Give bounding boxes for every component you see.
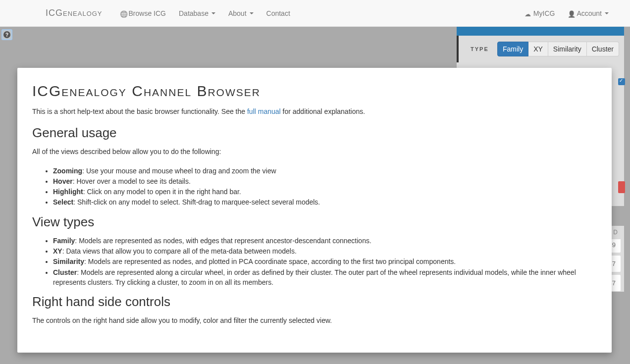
view-types-list: Family: Models are represented as nodes,… bbox=[32, 236, 597, 287]
type-row: Type FamilyXYSimilarityCluster bbox=[457, 36, 624, 62]
intro-pre: This is a short help-text about the basi… bbox=[32, 107, 247, 115]
general-lead: All of the views described below allow y… bbox=[32, 147, 597, 156]
nav-left: Browse ICG Database About Contact bbox=[113, 2, 297, 25]
brand[interactable]: ICGenealogy bbox=[46, 8, 103, 18]
nav-contact[interactable]: Contact bbox=[260, 2, 297, 25]
user-icon bbox=[568, 10, 575, 17]
modal-intro: This is a short help-text about the basi… bbox=[32, 106, 597, 116]
help-modal: ICGenealogy Channel Browser This is a sh… bbox=[17, 68, 612, 353]
list-item-term: Cluster bbox=[53, 268, 77, 276]
list-item-text: : Models are represented as nodes, and p… bbox=[84, 258, 456, 265]
segment-cluster[interactable]: Cluster bbox=[587, 42, 619, 56]
nav-database[interactable]: Database bbox=[172, 2, 222, 25]
nav-about-label: About bbox=[228, 9, 247, 17]
list-item-term: Select bbox=[53, 198, 73, 206]
heading-view-types: View types bbox=[32, 214, 597, 230]
list-item-text: : Data views that allow you to compare a… bbox=[62, 247, 297, 255]
cloud-icon bbox=[525, 10, 531, 17]
nav-account[interactable]: Account bbox=[561, 2, 615, 25]
nav-about[interactable]: About bbox=[222, 2, 260, 25]
nav-contact-label: Contact bbox=[266, 9, 290, 17]
caret-icon bbox=[250, 12, 254, 14]
modal-title: ICGenealogy Channel Browser bbox=[32, 83, 597, 100]
general-list: Zooming: Use your mouse and mouse wheel … bbox=[32, 166, 597, 208]
full-manual-link[interactable]: full manual bbox=[247, 107, 281, 115]
list-item: Select: Shift-click on any model to sele… bbox=[53, 197, 597, 207]
list-item-term: XY bbox=[53, 247, 62, 255]
caret-icon bbox=[211, 12, 215, 14]
heading-rhs-controls: Right hand side controls bbox=[32, 294, 597, 310]
nav-database-label: Database bbox=[179, 9, 209, 17]
list-item-text: : Use your mouse and mouse wheel to drag… bbox=[82, 167, 276, 175]
list-item-term: Family bbox=[53, 237, 75, 245]
list-item: Family: Models are represented as nodes,… bbox=[53, 236, 597, 246]
intro-post: for additional explanations. bbox=[281, 107, 365, 115]
red-badge[interactable] bbox=[618, 181, 625, 193]
list-item-text: : Click on any model to open it in the r… bbox=[83, 188, 241, 196]
list-item-term: Highlight bbox=[53, 188, 83, 196]
globe-icon bbox=[120, 10, 127, 17]
list-item: Hover: Hover over a model to see its det… bbox=[53, 176, 597, 186]
view-type-segments: FamilyXYSimilarityCluster bbox=[497, 42, 619, 56]
list-item: XY: Data views that allow you to compare… bbox=[53, 246, 597, 256]
list-item-text: : Models are represented along a circula… bbox=[53, 268, 576, 286]
nav-browse[interactable]: Browse ICG bbox=[113, 2, 172, 25]
nav-account-label: Account bbox=[577, 9, 602, 17]
sidebar-header-bar bbox=[457, 27, 624, 36]
list-item-term: Hover bbox=[53, 177, 73, 185]
segment-family[interactable]: Family bbox=[497, 42, 528, 56]
list-item-text: : Hover over a model to see its details. bbox=[73, 177, 191, 185]
checkbox-icon[interactable] bbox=[618, 78, 625, 85]
list-item: Similarity: Models are represented as no… bbox=[53, 257, 597, 266]
navbar: ICGenealogy Browse ICG Database About Co… bbox=[0, 0, 630, 27]
type-label: Type bbox=[471, 46, 489, 52]
help-button[interactable] bbox=[1, 29, 12, 40]
nav-right: MyICG Account bbox=[518, 2, 615, 25]
list-item-term: Similarity bbox=[53, 258, 84, 265]
rhs-text: The controls on the right hand side allo… bbox=[32, 315, 597, 325]
list-item: Zooming: Use your mouse and mouse wheel … bbox=[53, 166, 597, 176]
list-item-text: : Models are represented as nodes, with … bbox=[75, 237, 371, 245]
heading-general-usage: General usage bbox=[32, 125, 597, 141]
list-item-term: Zooming bbox=[53, 167, 82, 175]
list-item: Highlight: Click on any model to open it… bbox=[53, 187, 597, 197]
nav-myicg-label: MyICG bbox=[533, 9, 555, 17]
caret-icon bbox=[605, 12, 609, 14]
segment-similarity[interactable]: Similarity bbox=[548, 42, 587, 56]
segment-xy[interactable]: XY bbox=[528, 42, 548, 56]
nav-browse-label: Browse ICG bbox=[129, 9, 166, 17]
list-item-text: : Shift-click on any model to select. Sh… bbox=[73, 198, 320, 206]
list-item: Cluster: Models are represented along a … bbox=[53, 267, 597, 288]
nav-myicg[interactable]: MyICG bbox=[518, 2, 562, 25]
